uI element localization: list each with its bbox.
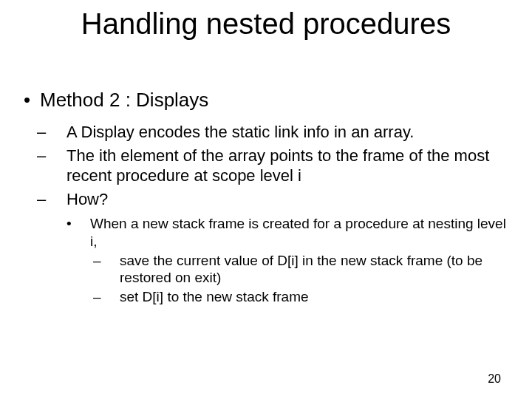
sub-sub-bullet: •When a new stack frame is created for a… [78, 215, 508, 250]
sub-bullet: –How? [52, 189, 508, 210]
bullet-dot-icon: • [78, 215, 90, 233]
slide: Handling nested procedures •Method 2 : D… [0, 0, 532, 399]
sub-a: A Display encodes the static link info i… [66, 123, 414, 141]
sub-sub-sub-bullet: –set D[i] to the new stack frame [106, 288, 508, 306]
method-label: Method 2 : Displays [40, 89, 208, 111]
how-save: save the current value of D[i] in the ne… [120, 253, 482, 286]
sub-c: How? [66, 190, 108, 208]
dash-icon: – [52, 146, 66, 166]
slide-body: •Method 2 : Displays –A Display encodes … [24, 89, 508, 307]
dash-icon: – [52, 189, 66, 210]
page-number: 20 [488, 372, 501, 386]
sub-bullet: –The ith element of the array points to … [52, 146, 508, 186]
slide-title: Handling nested procedures [0, 7, 532, 41]
dash-icon: – [106, 252, 120, 270]
how-intro: When a new stack frame is created for a … [90, 216, 506, 249]
how-set: set D[i] to the new stack frame [120, 289, 309, 304]
bullet-dot-icon: • [24, 89, 40, 112]
dash-icon: – [106, 288, 120, 306]
dash-icon: – [52, 122, 66, 143]
bullet-method: •Method 2 : Displays [24, 89, 508, 112]
sub-sub-sub-bullet: –save the current value of D[i] in the n… [106, 252, 508, 287]
sub-bullet: –A Display encodes the static link info … [52, 122, 508, 143]
sub-b: The ith element of the array points to t… [66, 146, 489, 185]
